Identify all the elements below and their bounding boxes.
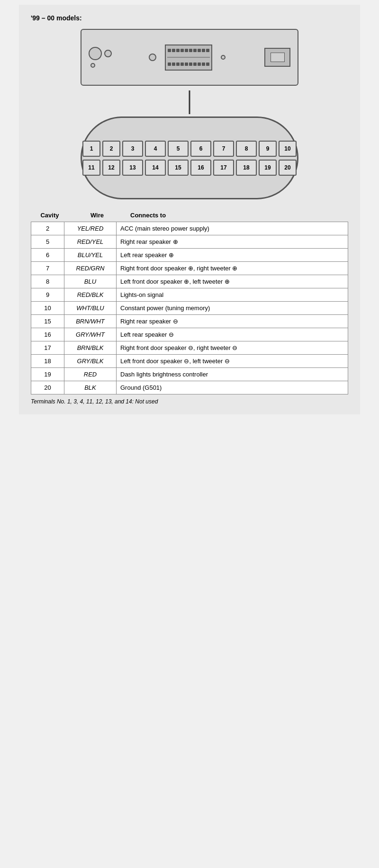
wire-cell: GRY/BLK bbox=[64, 355, 117, 368]
wire-cell: GRY/WHT bbox=[64, 328, 117, 341]
slot-box bbox=[264, 48, 290, 67]
cavity-cell: 6 bbox=[31, 249, 64, 262]
circle-large bbox=[89, 47, 102, 60]
wire-cell: YEL/RED bbox=[64, 222, 117, 235]
pin-11: 11 bbox=[82, 160, 100, 176]
pin-4: 4 bbox=[145, 141, 166, 157]
table-row: 10WHT/BLUConstant power (tuning memory) bbox=[31, 302, 348, 315]
footer-note: Terminals No. 1, 3, 4, 11, 12, 13, and 1… bbox=[31, 398, 348, 405]
pin-10: 10 bbox=[279, 141, 297, 157]
connects-cell: Dash lights brightness controller bbox=[117, 368, 348, 381]
wire-cell: RED bbox=[64, 368, 117, 381]
table-row: 8BLULeft front door speaker ⊕, left twee… bbox=[31, 275, 348, 288]
cavity-cell: 8 bbox=[31, 275, 64, 288]
pin-1: 1 bbox=[82, 141, 100, 157]
header-wire: Wire bbox=[69, 212, 126, 219]
pin-19: 19 bbox=[259, 160, 277, 176]
page-title: '99 – 00 models: bbox=[31, 14, 348, 22]
pin-20: 20 bbox=[279, 160, 297, 176]
oval-connector-diagram: 1 2 3 4 5 6 7 8 9 10 11 12 13 14 bbox=[31, 116, 348, 199]
connects-cell: Left rear speaker ⊕ bbox=[117, 249, 348, 262]
pin-7: 7 bbox=[213, 141, 234, 157]
cavity-cell: 15 bbox=[31, 315, 64, 328]
table-row: 16GRY/WHTLeft rear speaker ⊖ bbox=[31, 328, 348, 341]
wire-cell: RED/BLK bbox=[64, 288, 117, 302]
cavity-cell: 10 bbox=[31, 302, 64, 315]
pin-12: 12 bbox=[102, 160, 120, 176]
circle-right-center bbox=[221, 55, 226, 60]
cavity-cell: 5 bbox=[31, 235, 64, 249]
cavity-cell: 19 bbox=[31, 368, 64, 381]
circle-center bbox=[149, 54, 156, 61]
wire-cell: BLK bbox=[64, 381, 117, 394]
pin-14: 14 bbox=[145, 160, 166, 176]
circle-small bbox=[90, 63, 95, 68]
connects-cell: Lights-on signal bbox=[117, 288, 348, 302]
table-row: 9RED/BLKLights-on signal bbox=[31, 288, 348, 302]
header-cavity: Cavity bbox=[31, 212, 69, 219]
pin-3: 3 bbox=[122, 141, 143, 157]
cavity-cell: 9 bbox=[31, 288, 64, 302]
cavity-cell: 18 bbox=[31, 355, 64, 368]
pin-9: 9 bbox=[259, 141, 277, 157]
cavity-cell: 2 bbox=[31, 222, 64, 235]
connects-cell: Right rear speaker ⊖ bbox=[117, 315, 348, 328]
table-row: 19REDDash lights brightness controller bbox=[31, 368, 348, 381]
pin-16: 16 bbox=[190, 160, 211, 176]
wiring-table: 2YEL/REDACC (main stereo power supply)5R… bbox=[31, 222, 348, 394]
pin-17: 17 bbox=[213, 160, 234, 176]
cavity-cell: 7 bbox=[31, 262, 64, 275]
pin-13: 13 bbox=[122, 160, 143, 176]
wiring-table-section: Cavity Wire Connects to 2YEL/REDACC (mai… bbox=[31, 209, 348, 405]
pin-5: 5 bbox=[168, 141, 189, 157]
wire-cell: BRN/WHT bbox=[64, 315, 117, 328]
connects-cell: Left front door speaker ⊕, left tweeter … bbox=[117, 275, 348, 288]
connects-cell: Left front door speaker ⊖, left tweeter … bbox=[117, 355, 348, 368]
header-connects: Connects to bbox=[126, 212, 348, 219]
pin-6: 6 bbox=[190, 141, 211, 157]
table-row: 6BLU/YELLeft rear speaker ⊕ bbox=[31, 249, 348, 262]
wire-cell: BLU bbox=[64, 275, 117, 288]
table-headers: Cavity Wire Connects to bbox=[31, 209, 348, 222]
table-row: 20BLKGround (G501) bbox=[31, 381, 348, 394]
cavity-cell: 17 bbox=[31, 341, 64, 355]
cavity-cell: 20 bbox=[31, 381, 64, 394]
pin-15: 15 bbox=[168, 160, 189, 176]
table-row: 15BRN/WHTRight rear speaker ⊖ bbox=[31, 315, 348, 328]
cavity-cell: 16 bbox=[31, 328, 64, 341]
connects-cell: Constant power (tuning memory) bbox=[117, 302, 348, 315]
arrow-down bbox=[31, 90, 348, 114]
wire-cell: RED/GRN bbox=[64, 262, 117, 275]
wire-cell: BLU/YEL bbox=[64, 249, 117, 262]
wire-cell: BRN/BLK bbox=[64, 341, 117, 355]
table-row: 5RED/YELRight rear speaker ⊕ bbox=[31, 235, 348, 249]
table-row: 7RED/GRNRight front door speaker ⊕, righ… bbox=[31, 262, 348, 275]
table-row: 18GRY/BLKLeft front door speaker ⊖, left… bbox=[31, 355, 348, 368]
connector-block bbox=[165, 45, 212, 71]
connects-cell: Right front door speaker ⊕, right tweete… bbox=[117, 262, 348, 275]
circle-medium bbox=[104, 50, 112, 57]
pin-2: 2 bbox=[102, 141, 120, 157]
pin-18: 18 bbox=[236, 160, 257, 176]
connects-cell: Right rear speaker ⊕ bbox=[117, 235, 348, 249]
wire-cell: RED/YEL bbox=[64, 235, 117, 249]
pin-8: 8 bbox=[236, 141, 257, 157]
wire-cell: WHT/BLU bbox=[64, 302, 117, 315]
connects-cell: Left rear speaker ⊖ bbox=[117, 328, 348, 341]
connects-cell: Ground (G501) bbox=[117, 381, 348, 394]
connects-cell: ACC (main stereo power supply) bbox=[117, 222, 348, 235]
connects-cell: Right front door speaker ⊖, right tweete… bbox=[117, 341, 348, 355]
table-row: 2YEL/REDACC (main stereo power supply) bbox=[31, 222, 348, 235]
stereo-unit-diagram bbox=[31, 29, 348, 86]
table-row: 17BRN/BLKRight front door speaker ⊖, rig… bbox=[31, 341, 348, 355]
